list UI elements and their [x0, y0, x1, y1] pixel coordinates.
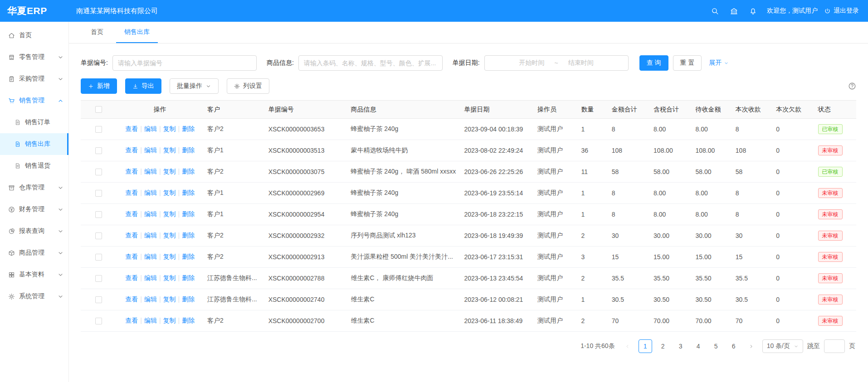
- row-action-copy[interactable]: 复制: [163, 253, 176, 260]
- row-checkbox[interactable]: [95, 254, 102, 261]
- row-action-delete[interactable]: 删除: [182, 295, 195, 303]
- row-action-copy[interactable]: 复制: [163, 168, 176, 175]
- column-settings-button[interactable]: 列设置: [227, 78, 269, 94]
- row-action-view[interactable]: 查看: [125, 317, 138, 324]
- page-button-2[interactable]: 2: [656, 339, 670, 353]
- logout-button[interactable]: 退出登录: [824, 7, 859, 15]
- row-action-edit[interactable]: 编辑: [144, 253, 157, 260]
- row-action-view[interactable]: 查看: [125, 295, 138, 303]
- sidebar-item-basedata[interactable]: 基本资料: [0, 264, 68, 285]
- row-action-view[interactable]: 查看: [125, 253, 138, 260]
- product-info-input[interactable]: [298, 55, 443, 71]
- page-button-4[interactable]: 4: [692, 339, 705, 353]
- row-action-edit[interactable]: 编辑: [144, 210, 157, 218]
- row-action-delete[interactable]: 删除: [182, 146, 195, 154]
- row-action-delete[interactable]: 删除: [182, 168, 195, 175]
- row-action-edit[interactable]: 编辑: [144, 189, 157, 196]
- row-action-edit[interactable]: 编辑: [144, 232, 157, 239]
- app-logo[interactable]: 华夏ERP: [0, 5, 69, 17]
- row-checkbox[interactable]: [95, 232, 102, 239]
- row-action-copy[interactable]: 复制: [163, 125, 176, 132]
- row-checkbox[interactable]: [95, 211, 102, 218]
- batch-actions-button[interactable]: 批量操作: [170, 78, 219, 94]
- row-action-copy[interactable]: 复制: [163, 210, 176, 218]
- sidebar-item-warehouse[interactable]: 仓库管理: [0, 177, 68, 198]
- next-page-button[interactable]: [745, 339, 758, 353]
- prev-page-button[interactable]: [621, 339, 634, 353]
- row-action-view[interactable]: 查看: [125, 210, 138, 218]
- expand-toggle[interactable]: 展开: [709, 59, 729, 67]
- tab-sales-outbound[interactable]: 销售出库: [116, 22, 158, 43]
- page-size-select[interactable]: 10 条/页: [762, 339, 803, 353]
- row-action-edit[interactable]: 编辑: [144, 125, 157, 132]
- row-action-delete[interactable]: 删除: [182, 232, 195, 239]
- date-range-picker[interactable]: 开始时间 ~ 结束时间: [484, 55, 629, 71]
- page-button-5[interactable]: 5: [709, 339, 723, 353]
- status-badge: 未审核: [818, 209, 843, 219]
- row-action-view[interactable]: 查看: [125, 189, 138, 196]
- page-button-6[interactable]: 6: [727, 339, 741, 353]
- sidebar-subitem-sales-order[interactable]: 销售订单: [0, 111, 68, 133]
- row-action-view[interactable]: 查看: [125, 168, 138, 175]
- row-action-view[interactable]: 查看: [125, 274, 138, 281]
- row-action-copy[interactable]: 复制: [163, 295, 176, 303]
- row-checkbox[interactable]: [95, 318, 102, 324]
- report-icon: [8, 228, 15, 235]
- sidebar-item-report[interactable]: 报表查询: [0, 220, 68, 242]
- sidebar-subitem-sales-return[interactable]: 销售退货: [0, 155, 68, 177]
- sidebar-item-sales[interactable]: 销售管理: [0, 90, 68, 111]
- sidebar-item-finance[interactable]: 财务管理: [0, 198, 68, 220]
- row-action-edit[interactable]: 编辑: [144, 274, 157, 281]
- row-action-delete[interactable]: 删除: [182, 253, 195, 260]
- row-action-delete[interactable]: 删除: [182, 125, 195, 132]
- help-icon[interactable]: [848, 82, 856, 90]
- search-button[interactable]: 查 询: [639, 55, 668, 71]
- sidebar-item-retail[interactable]: 零售管理: [0, 46, 68, 68]
- order-no-input[interactable]: [112, 55, 257, 71]
- row-action-edit[interactable]: 编辑: [144, 317, 157, 324]
- row-action-copy[interactable]: 复制: [163, 232, 176, 239]
- row-action-delete[interactable]: 删除: [182, 317, 195, 324]
- row-action-edit[interactable]: 编辑: [144, 168, 157, 175]
- search-icon[interactable]: [705, 0, 724, 22]
- cell-product: 蜂蜜柚子茶 240g: [347, 119, 460, 140]
- row-action-delete[interactable]: 删除: [182, 210, 195, 218]
- page-button-3[interactable]: 3: [674, 339, 688, 353]
- sidebar-item-goods[interactable]: 商品管理: [0, 242, 68, 264]
- basedata-icon: [8, 271, 15, 278]
- export-button[interactable]: 导出: [125, 78, 161, 94]
- select-all-checkbox[interactable]: [95, 106, 102, 113]
- row-action-view[interactable]: 查看: [125, 232, 138, 239]
- row-action-copy[interactable]: 复制: [163, 146, 176, 154]
- add-button[interactable]: 新增: [81, 78, 117, 94]
- row-checkbox[interactable]: [95, 275, 102, 282]
- building-icon[interactable]: [724, 0, 743, 22]
- row-checkbox[interactable]: [95, 296, 102, 303]
- row-checkbox[interactable]: [95, 169, 102, 175]
- sidebar-item-home[interactable]: 首页: [0, 24, 68, 46]
- tab-home[interactable]: 首页: [83, 22, 112, 43]
- row-checkbox[interactable]: [95, 126, 102, 133]
- cell-order_no: XSCK00000002932: [265, 225, 347, 247]
- row-checkbox[interactable]: [95, 147, 102, 154]
- row-action-delete[interactable]: 删除: [182, 274, 195, 281]
- sidebar-item-purchase[interactable]: 采购管理: [0, 68, 68, 90]
- column-header: 金额合计: [608, 101, 650, 119]
- row-action-copy[interactable]: 复制: [163, 274, 176, 281]
- sidebar-subitem-sales-outbound[interactable]: 销售出库: [0, 133, 68, 155]
- row-action-delete[interactable]: 删除: [182, 189, 195, 196]
- row-checkbox[interactable]: [95, 190, 102, 197]
- row-action-view[interactable]: 查看: [125, 125, 138, 132]
- action-separator: |: [140, 232, 142, 239]
- bell-icon[interactable]: [743, 0, 762, 22]
- row-action-view[interactable]: 查看: [125, 146, 138, 154]
- page-button-1[interactable]: 1: [639, 339, 652, 353]
- row-action-copy[interactable]: 复制: [163, 189, 176, 196]
- action-separator: |: [159, 189, 161, 196]
- row-action-copy[interactable]: 复制: [163, 317, 176, 324]
- page-jump-input[interactable]: [824, 339, 845, 353]
- reset-button[interactable]: 重 置: [673, 55, 702, 71]
- sidebar-item-system[interactable]: 系统管理: [0, 285, 68, 307]
- row-action-edit[interactable]: 编辑: [144, 295, 157, 303]
- row-action-edit[interactable]: 编辑: [144, 146, 157, 154]
